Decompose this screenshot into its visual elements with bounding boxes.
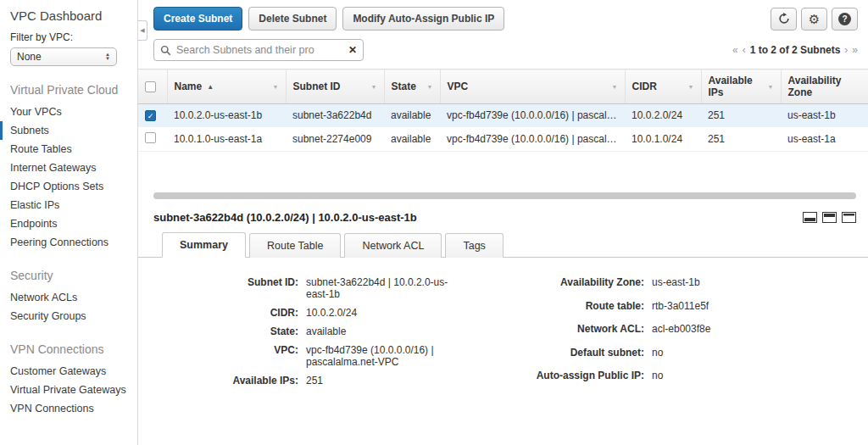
sidebar-item-route-tables[interactable]: Route Tables bbox=[0, 140, 137, 159]
cell-subnet-id: subnet-3a622b4d bbox=[286, 104, 384, 127]
column-menu-icon[interactable]: ▼ bbox=[368, 84, 377, 90]
sidebar-item-network-acls[interactable]: Network ACLs bbox=[0, 288, 137, 307]
sidebar-item-your-vpcs[interactable]: Your VPCs bbox=[0, 103, 137, 121]
sidebar-item-elastic-ips[interactable]: Elastic IPs bbox=[0, 196, 137, 214]
summary-field-default-subnet: Default subnet: no bbox=[513, 343, 710, 367]
pane-layout-split-icon[interactable] bbox=[822, 212, 837, 223]
sidebar-item-virtual-private-gateways[interactable]: Virtual Private Gateways bbox=[0, 381, 137, 399]
field-label: CIDR: bbox=[192, 303, 303, 322]
column-menu-icon[interactable]: ▼ bbox=[424, 84, 433, 90]
delete-subnet-button[interactable]: Delete Subnet bbox=[248, 7, 337, 31]
detail-tabs: Summary Route Table Network ACL Tags bbox=[138, 232, 868, 258]
refresh-icon bbox=[778, 13, 790, 25]
row-checkbox[interactable] bbox=[145, 132, 156, 143]
cell-available-ips: 251 bbox=[701, 104, 781, 127]
table-header-row: Name▲▼ Subnet ID▼ State▼ VPC▼ CIDR▼ bbox=[138, 70, 868, 104]
column-header-vpc[interactable]: VPC▼ bbox=[440, 70, 625, 104]
tab-route-table[interactable]: Route Table bbox=[249, 233, 342, 258]
pagination-first-button[interactable]: « bbox=[732, 44, 738, 56]
cell-state: available bbox=[384, 127, 440, 152]
search-box: ✕ bbox=[153, 39, 364, 61]
cell-availability-zone: us-east-1b bbox=[781, 104, 868, 127]
row-checkbox[interactable]: ✓ bbox=[145, 110, 156, 121]
subnets-table: Name▲▼ Subnet ID▼ State▼ VPC▼ CIDR▼ bbox=[138, 69, 868, 152]
column-menu-icon[interactable]: ▼ bbox=[765, 84, 774, 90]
pagination-last-button[interactable]: » bbox=[852, 44, 858, 56]
sidebar-item-security-groups[interactable]: Security Groups bbox=[0, 307, 137, 325]
column-header-available-ips[interactable]: Available IPs▼ bbox=[701, 70, 781, 104]
sidebar-item-customer-gateways[interactable]: Customer Gateways bbox=[0, 362, 137, 381]
tab-summary[interactable]: Summary bbox=[162, 232, 246, 258]
chevron-left-icon: ◀ bbox=[140, 27, 144, 34]
pagination-prev-button[interactable]: ‹ bbox=[743, 44, 746, 56]
summary-panel: Subnet ID: subnet-3a622b4d | 10.0.2.0-us… bbox=[138, 258, 868, 390]
vpc-link[interactable]: vpc-fb4d739e (10.0.0.0/16) | pascalalma.… bbox=[303, 341, 453, 371]
select-all-header[interactable] bbox=[138, 70, 167, 104]
select-all-checkbox[interactable] bbox=[145, 81, 156, 92]
field-value: subnet-3a622b4d | 10.0.2.0-us-east-1b bbox=[303, 273, 453, 303]
cell-availability-zone: us-east-1a bbox=[781, 127, 868, 152]
modify-auto-assign-public-ip-button[interactable]: Modify Auto-Assign Public IP bbox=[342, 7, 504, 31]
clear-search-icon[interactable]: ✕ bbox=[348, 45, 357, 55]
create-subnet-button[interactable]: Create Subnet bbox=[153, 7, 242, 31]
detail-title: subnet-3a622b4d (10.0.2.0/24) | 10.0.2.0… bbox=[153, 211, 417, 224]
tab-tags[interactable]: Tags bbox=[445, 233, 503, 258]
settings-button[interactable]: ⚙ bbox=[801, 8, 827, 31]
table-row[interactable]: 10.0.1.0-us-east-1a subnet-2274e009 avai… bbox=[138, 127, 868, 152]
sidebar-item-endpoints[interactable]: Endpoints bbox=[0, 214, 137, 233]
field-label: Availability Zone: bbox=[513, 273, 648, 297]
field-label: Subnet ID: bbox=[192, 273, 303, 303]
vpc-filter-select[interactable]: None ▲▼ bbox=[10, 47, 117, 66]
column-header-name[interactable]: Name▲▼ bbox=[167, 70, 286, 104]
gear-icon: ⚙ bbox=[809, 13, 820, 25]
pagination-label: 1 to 2 of 2 Subnets bbox=[750, 44, 841, 56]
sidebar-collapse-button[interactable]: ◀ bbox=[138, 20, 147, 41]
cell-subnet-id: subnet-2274e009 bbox=[286, 127, 384, 152]
column-menu-icon[interactable]: ▼ bbox=[685, 84, 694, 90]
tab-network-acl[interactable]: Network ACL bbox=[344, 233, 442, 258]
toolbar: Create Subnet Delete Subnet Modify Auto-… bbox=[138, 0, 868, 37]
summary-field-state: State: available bbox=[192, 322, 453, 341]
summary-field-cidr: CIDR: 10.0.2.0/24 bbox=[192, 303, 453, 322]
sidebar-item-internet-gateways[interactable]: Internet Gateways bbox=[0, 159, 137, 177]
search-input[interactable] bbox=[176, 44, 343, 56]
table-row[interactable]: ✓ 10.0.2.0-us-east-1b subnet-3a622b4d av… bbox=[138, 104, 868, 127]
sidebar-item-dhcp-options-sets[interactable]: DHCP Options Sets bbox=[0, 177, 137, 196]
sort-asc-icon: ▲ bbox=[207, 83, 214, 91]
summary-left-column: Subnet ID: subnet-3a622b4d | 10.0.2.0-us… bbox=[192, 273, 453, 390]
sidebar-title: VPC Dashboard bbox=[0, 7, 137, 31]
column-header-availability-zone[interactable]: Availability Zone bbox=[781, 70, 868, 104]
summary-field-available-ips: Available IPs: 251 bbox=[192, 371, 453, 390]
select-arrows-icon: ▲▼ bbox=[105, 53, 110, 61]
section-title: VPN Connections bbox=[0, 342, 137, 362]
column-header-state[interactable]: State▼ bbox=[384, 70, 440, 104]
column-header-cidr[interactable]: CIDR▼ bbox=[625, 70, 701, 104]
help-button[interactable]: ? bbox=[832, 8, 858, 31]
field-value: 251 bbox=[303, 371, 453, 390]
pane-layout-bottom-icon[interactable] bbox=[803, 212, 817, 223]
pagination-next-button[interactable]: › bbox=[844, 44, 848, 56]
field-value: available bbox=[303, 322, 453, 341]
field-label: Auto-assign Public IP: bbox=[513, 366, 648, 390]
network-acl-link[interactable]: acl-eb003f8e bbox=[648, 320, 710, 343]
main-panel: ◀ Create Subnet Delete Subnet Modify Aut… bbox=[137, 0, 868, 445]
field-label: Available IPs: bbox=[192, 371, 303, 390]
refresh-button[interactable] bbox=[771, 8, 797, 31]
summary-field-availability-zone: Availability Zone: us-east-1b bbox=[513, 273, 710, 297]
section-security: Security Network ACLs Security Groups bbox=[0, 269, 137, 325]
pane-splitter-handle[interactable] bbox=[153, 192, 856, 199]
sidebar-item-vpn-connections[interactable]: VPN Connections bbox=[0, 399, 137, 418]
pane-layout-full-icon[interactable] bbox=[842, 212, 856, 223]
column-menu-icon[interactable]: ▼ bbox=[609, 84, 618, 90]
route-table-link[interactable]: rtb-3a011e5f bbox=[648, 297, 710, 320]
sidebar-item-peering-connections[interactable]: Peering Connections bbox=[0, 233, 137, 252]
column-menu-icon[interactable]: ▼ bbox=[270, 84, 279, 90]
sidebar-item-subnets[interactable]: Subnets bbox=[0, 121, 137, 140]
toolbar-right: ⚙ ? bbox=[771, 8, 858, 31]
cell-available-ips: 251 bbox=[701, 127, 781, 152]
field-value: no bbox=[648, 343, 710, 367]
cell-cidr: 10.0.2.0/24 bbox=[625, 104, 701, 127]
column-header-subnet-id[interactable]: Subnet ID▼ bbox=[286, 70, 384, 104]
vpc-filter-value: None bbox=[17, 51, 42, 63]
cell-cidr: 10.0.1.0/24 bbox=[625, 127, 701, 152]
